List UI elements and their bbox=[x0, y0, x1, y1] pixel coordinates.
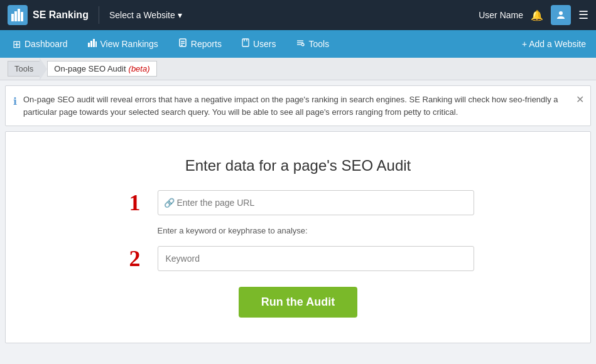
svg-rect-13 bbox=[242, 39, 249, 46]
users-icon bbox=[242, 38, 249, 50]
svg-rect-2 bbox=[18, 9, 20, 21]
nav-view-rankings[interactable]: View Rankings bbox=[78, 30, 168, 58]
main-content: Enter data for a page's SEO Audit 1 🔗 En… bbox=[5, 131, 591, 343]
info-text: On-page SEO audit will reveal errors tha… bbox=[23, 94, 568, 118]
url-row: 1 🔗 bbox=[122, 190, 474, 216]
keyword-row: 2 bbox=[122, 245, 474, 272]
logo-text: SE Ranking bbox=[33, 9, 89, 21]
nav-tools-label: Tools bbox=[308, 39, 329, 49]
nav-users-label: Users bbox=[253, 39, 276, 49]
form-area: 1 🔗 Enter a keyword or keyphrase to anal… bbox=[122, 190, 474, 318]
add-website-button[interactable]: + Add a Website bbox=[512, 30, 596, 58]
svg-point-17 bbox=[301, 43, 304, 46]
step2-number: 2 bbox=[122, 245, 148, 272]
avatar-button[interactable] bbox=[551, 5, 571, 25]
info-icon: ℹ bbox=[13, 94, 17, 109]
breadcrumb-arrow bbox=[40, 58, 47, 80]
svg-rect-7 bbox=[93, 39, 95, 47]
svg-rect-8 bbox=[95, 41, 97, 47]
button-row: Run the Audit bbox=[122, 282, 474, 318]
breadcrumb: Tools On-page SEO Audit (beta) bbox=[0, 58, 596, 80]
second-nav: ⊞ Dashboard View Rankings Reports bbox=[0, 30, 596, 58]
nav-users[interactable]: Users bbox=[232, 30, 286, 58]
rankings-icon bbox=[88, 38, 97, 50]
link-icon: 🔗 bbox=[164, 198, 175, 208]
nav-divider bbox=[99, 6, 99, 24]
logo-icon bbox=[8, 5, 28, 25]
nav-dashboard[interactable]: ⊞ Dashboard bbox=[3, 30, 78, 58]
breadcrumb-current: On-page SEO Audit (beta) bbox=[47, 61, 156, 77]
close-banner-button[interactable]: ✕ bbox=[576, 92, 584, 107]
user-name: User Name bbox=[479, 10, 523, 20]
breadcrumb-tools[interactable]: Tools bbox=[8, 61, 40, 77]
nav-reports[interactable]: Reports bbox=[168, 30, 232, 58]
logo-area: SE Ranking bbox=[8, 5, 89, 25]
menu-button[interactable]: ☰ bbox=[578, 8, 588, 22]
keyword-label-row: Enter a keyword or keyphrase to analyse: bbox=[122, 226, 474, 235]
nav-tools[interactable]: Tools bbox=[286, 30, 339, 58]
svg-point-4 bbox=[559, 11, 563, 15]
svg-rect-1 bbox=[14, 11, 17, 21]
run-audit-button[interactable]: Run the Audit bbox=[239, 287, 357, 318]
url-input-wrapper: 🔗 bbox=[158, 190, 474, 215]
tools-icon bbox=[296, 38, 305, 50]
reports-icon bbox=[178, 38, 187, 50]
keyword-input[interactable] bbox=[158, 246, 474, 271]
step1-number: 1 bbox=[122, 190, 148, 216]
url-input[interactable] bbox=[158, 190, 474, 215]
nav-reports-label: Reports bbox=[191, 39, 222, 49]
nav-rankings-label: View Rankings bbox=[100, 39, 158, 49]
svg-rect-6 bbox=[90, 41, 92, 47]
keyword-label: Enter a keyword or keyphrase to analyse: bbox=[158, 226, 474, 235]
info-banner: ℹ On-page SEO audit will reveal errors t… bbox=[5, 85, 591, 126]
svg-rect-3 bbox=[21, 12, 23, 21]
svg-rect-0 bbox=[11, 14, 14, 21]
nav-dashboard-label: Dashboard bbox=[24, 39, 68, 49]
beta-badge: (beta) bbox=[129, 64, 150, 73]
dashboard-icon: ⊞ bbox=[13, 38, 21, 50]
top-bar-right: User Name 🔔 ☰ bbox=[479, 5, 588, 25]
top-bar: SE Ranking Select a Website ▾ User Name … bbox=[0, 0, 596, 30]
bell-icon[interactable]: 🔔 bbox=[531, 9, 543, 21]
svg-rect-5 bbox=[88, 43, 90, 47]
page-title: Enter data for a page's SEO Audit bbox=[185, 157, 411, 174]
select-website-button[interactable]: Select a Website ▾ bbox=[109, 10, 182, 20]
